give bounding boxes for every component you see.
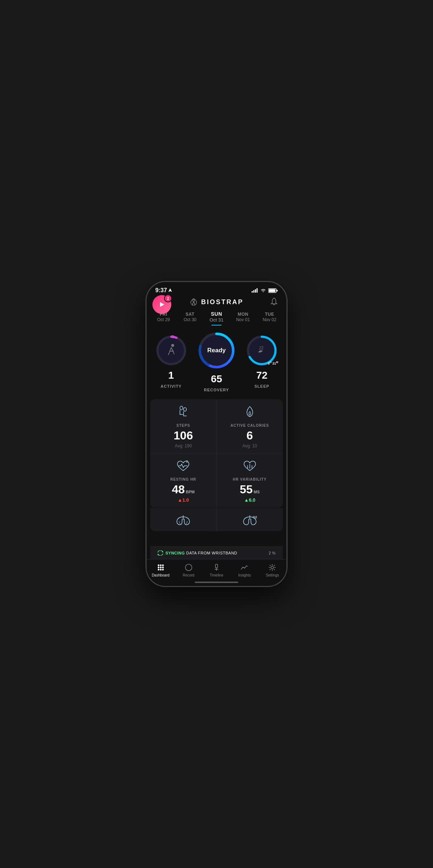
stat-resting-hr[interactable]: z RESTING HR 48 BPM ▲1.0 bbox=[150, 454, 216, 508]
lungs-o2-icon: O2 bbox=[241, 513, 259, 526]
svg-point-37 bbox=[185, 564, 192, 571]
svg-point-31 bbox=[158, 567, 159, 568]
avatar-container[interactable] bbox=[152, 295, 171, 314]
svg-point-36 bbox=[162, 569, 164, 570]
status-icons bbox=[252, 288, 278, 293]
sleep-value: 72 bbox=[256, 370, 268, 381]
recovery-circle: Ready bbox=[197, 331, 236, 370]
stat-spo2[interactable]: O2 bbox=[217, 508, 283, 531]
nav-insights[interactable]: Insights bbox=[231, 563, 258, 577]
sleep-time: 8H 21M bbox=[268, 361, 278, 365]
svg-point-41 bbox=[271, 566, 274, 569]
hrv-unit: MS bbox=[254, 490, 260, 494]
svg-point-12 bbox=[171, 335, 174, 338]
svg-marker-0 bbox=[168, 288, 172, 292]
activity-circle bbox=[155, 334, 188, 367]
svg-point-28 bbox=[158, 565, 159, 566]
calories-avg: Avg: 10 bbox=[243, 443, 257, 448]
steps-svg bbox=[177, 405, 190, 418]
app-name: BIOSTRAP bbox=[201, 298, 243, 306]
date-fri-num: Oct 29 bbox=[157, 317, 170, 322]
sync-percent: 2 % bbox=[269, 551, 276, 555]
hrv-value: 55 bbox=[240, 484, 253, 495]
wifi-icon bbox=[260, 288, 266, 293]
record-icon bbox=[184, 563, 193, 572]
date-tue-num: Nov 02 bbox=[262, 317, 276, 322]
battery-icon bbox=[268, 288, 278, 293]
svg-point-29 bbox=[160, 565, 161, 566]
nav-record[interactable]: Record bbox=[175, 563, 202, 577]
svg-point-19 bbox=[180, 406, 183, 410]
header: BIOSTRAP bbox=[147, 295, 286, 307]
insights-icon bbox=[240, 563, 249, 572]
settings-icon bbox=[268, 563, 277, 572]
resting-hr-value: 48 bbox=[172, 484, 185, 495]
date-sat-num: Oct 30 bbox=[184, 317, 196, 322]
date-tue[interactable]: TUE Nov 02 bbox=[256, 310, 283, 324]
nav-dashboard-label: Dashboard bbox=[152, 573, 169, 577]
date-mon-num: Nov 01 bbox=[236, 317, 250, 322]
nav-settings-label: Settings bbox=[266, 573, 279, 577]
resting-hr-delta: ▲1.0 bbox=[178, 497, 189, 503]
svg-point-30 bbox=[162, 565, 164, 566]
sleep-circle: ZZ 8H 21M bbox=[245, 334, 278, 367]
lungs-icon bbox=[174, 513, 192, 526]
stat-hrv[interactable]: HR VARIABILITY 55 MS ▲6.0 bbox=[217, 454, 283, 508]
date-sat-day: SAT bbox=[186, 312, 195, 317]
calories-value: 6 bbox=[247, 430, 253, 441]
stat-steps[interactable]: STEPS 106 Avg: 190 bbox=[150, 399, 216, 454]
sleep-score[interactable]: ZZ 8H 21M 72 SLEEP bbox=[245, 334, 278, 388]
date-sun-num: Oct 31 bbox=[210, 317, 223, 323]
resting-hr-icon: z bbox=[176, 460, 190, 475]
calories-label: ACTIVE CALORIES bbox=[231, 424, 269, 427]
date-sat[interactable]: SAT Oct 30 bbox=[177, 310, 203, 324]
sync-text: SYNCING DATA FROM WRISTBAND bbox=[165, 551, 237, 555]
sync-bar: SYNCING DATA FROM WRISTBAND 2 % bbox=[150, 546, 283, 559]
sync-left: SYNCING DATA FROM WRISTBAND bbox=[157, 550, 237, 556]
resting-hr-svg: z bbox=[176, 460, 190, 472]
nav-insights-label: Insights bbox=[238, 573, 251, 577]
location-icon bbox=[168, 288, 172, 293]
steps-icon bbox=[177, 405, 190, 421]
hrv-svg bbox=[243, 460, 257, 472]
sync-description: DATA FROM WRISTBAND bbox=[185, 551, 237, 555]
status-time: 9:37 bbox=[155, 287, 172, 294]
svg-point-11 bbox=[171, 344, 174, 347]
resting-hr-unit: BPM bbox=[186, 490, 194, 494]
recovery-value: 65 bbox=[211, 373, 222, 385]
hrv-delta: ▲6.0 bbox=[244, 497, 255, 503]
activity-ring-svg bbox=[155, 334, 188, 367]
stat-respiratory[interactable] bbox=[150, 508, 216, 531]
header-logo: BIOSTRAP bbox=[189, 298, 243, 306]
recovery-label: RECOVERY bbox=[204, 388, 229, 392]
steps-avg: Avg: 190 bbox=[175, 443, 192, 448]
phone-shell: 9:37 bbox=[146, 281, 287, 587]
syncing-label: SYNCING bbox=[165, 551, 185, 555]
activity-value: 1 bbox=[168, 370, 174, 381]
nav-dashboard[interactable]: Dashboard bbox=[147, 563, 175, 577]
stat-calories[interactable]: ACTIVE CALORIES 6 Avg: 10 bbox=[217, 399, 283, 454]
svg-point-9 bbox=[157, 337, 185, 364]
svg-rect-7 bbox=[269, 289, 276, 292]
notification-bell[interactable] bbox=[270, 297, 278, 307]
svg-rect-4 bbox=[257, 288, 258, 293]
nav-settings[interactable]: Settings bbox=[258, 563, 286, 577]
date-mon-day: MON bbox=[237, 312, 248, 317]
nav-timeline[interactable]: Timeline bbox=[202, 563, 230, 577]
activity-score[interactable]: 1 ACTIVITY bbox=[155, 334, 188, 388]
nav-record-label: Record bbox=[183, 573, 194, 577]
scores-section: 1 ACTIVITY bbox=[147, 324, 286, 393]
date-mon[interactable]: MON Nov 01 bbox=[230, 310, 256, 324]
svg-point-34 bbox=[158, 569, 159, 570]
biostrap-logo-icon bbox=[189, 298, 198, 306]
date-sun[interactable]: SUN Oct 31 bbox=[203, 310, 230, 324]
nav-timeline-label: Timeline bbox=[210, 573, 223, 577]
svg-text:O2: O2 bbox=[253, 515, 257, 519]
svg-rect-38 bbox=[215, 564, 218, 568]
avatar-ring[interactable] bbox=[152, 295, 171, 314]
sleep-label: SLEEP bbox=[255, 384, 269, 388]
time-display: 9:37 bbox=[155, 287, 167, 294]
svg-text:z: z bbox=[186, 460, 188, 463]
recovery-score[interactable]: Ready 65 RECOVERY bbox=[197, 331, 236, 392]
extra-stats: O2 bbox=[150, 508, 283, 531]
